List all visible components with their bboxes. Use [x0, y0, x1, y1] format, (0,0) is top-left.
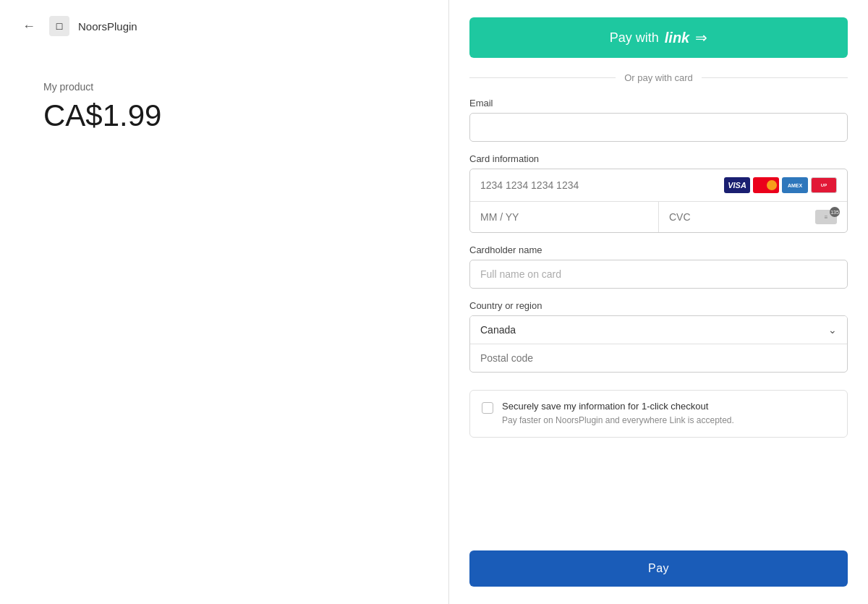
back-button[interactable]: ← [17, 14, 41, 38]
card-info-field-group: Card information VISA AMEX UP ≡ 135 [469, 153, 848, 233]
divider-line-left [469, 77, 616, 78]
mastercard-icon [753, 177, 779, 193]
cvc-input[interactable] [669, 211, 809, 223]
visa-icon: VISA [724, 177, 750, 193]
card-number-input[interactable] [480, 179, 718, 191]
country-value: Canada [480, 316, 828, 344]
or-divider: Or pay with card [469, 72, 848, 83]
pay-button[interactable]: Pay [469, 550, 848, 587]
card-bottom-row: ≡ 135 [470, 202, 847, 232]
window-icon: □ [49, 16, 69, 36]
save-info-desc: Pay faster on NoorsPlugin and everywhere… [502, 414, 835, 427]
postal-code-input[interactable] [470, 344, 847, 372]
right-panel: Pay with link ⇒ Or pay with card Email C… [449, 0, 868, 604]
cardholder-field-group: Cardholder name [469, 244, 848, 289]
country-row[interactable]: Canada ⌄ [470, 316, 847, 344]
back-arrow-icon: ← [22, 19, 35, 34]
link-word: link [665, 30, 689, 46]
country-label: Country or region [469, 300, 848, 311]
app-name: NoorsPlugin [78, 20, 137, 33]
email-field-group: Email [469, 98, 848, 142]
card-info-label: Card information [469, 153, 848, 164]
or-pay-card-text: Or pay with card [624, 72, 693, 83]
email-label: Email [469, 98, 848, 109]
email-input[interactable] [469, 113, 848, 142]
card-number-row: VISA AMEX UP [470, 169, 847, 202]
card-icons: VISA AMEX UP [724, 177, 837, 193]
country-select-wrapper: Canada ⌄ [469, 315, 848, 373]
product-section: My product CA$1.99 [0, 52, 448, 162]
card-info-box: VISA AMEX UP ≡ 135 [469, 169, 848, 233]
unionpay-icon: UP [811, 177, 837, 193]
cvc-badge: 135 [830, 207, 840, 217]
amex-icon: AMEX [782, 177, 808, 193]
cardholder-input[interactable] [469, 260, 848, 289]
cvc-row: ≡ 135 [659, 202, 847, 232]
top-bar: ← □ NoorsPlugin [0, 0, 448, 52]
pay-with-link-button[interactable]: Pay with link ⇒ [469, 17, 848, 58]
left-panel: ← □ NoorsPlugin My product CA$1.99 [0, 0, 448, 604]
save-info-title: Securely save my information for 1-click… [502, 401, 835, 412]
chevron-down-icon: ⌄ [828, 324, 837, 336]
save-info-box: Securely save my information for 1-click… [469, 390, 848, 438]
cvc-lines: ≡ [825, 214, 828, 221]
arrow-icon: ⇒ [695, 29, 707, 46]
save-info-text-block: Securely save my information for 1-click… [502, 401, 835, 427]
cardholder-label: Cardholder name [469, 244, 848, 255]
save-info-checkbox[interactable] [482, 402, 493, 414]
product-price: CA$1.99 [43, 98, 405, 133]
cvc-card-icon: ≡ 135 [815, 210, 837, 224]
expiry-input[interactable] [470, 202, 659, 232]
pay-with-text: Pay with [610, 30, 659, 46]
divider-line-right [702, 77, 848, 78]
country-field-group: Country or region Canada ⌄ [469, 300, 848, 373]
product-label: My product [43, 81, 405, 93]
